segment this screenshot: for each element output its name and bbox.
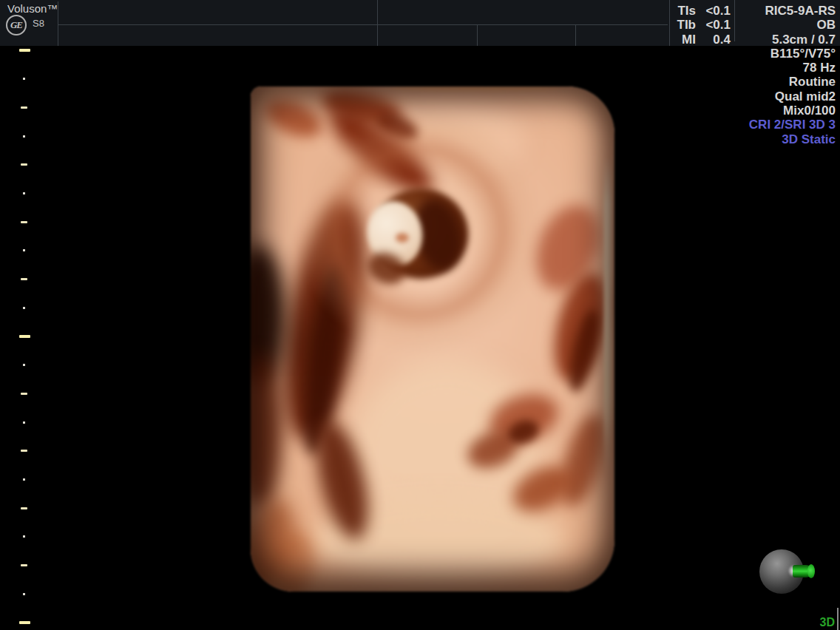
ultrasound-screen: { "branding": { "product": "Voluson™", "… bbox=[0, 0, 840, 630]
render-vessel-streak bbox=[319, 87, 404, 130]
ti-soft-row: TIs <0.1 bbox=[670, 4, 731, 18]
render-highlight bbox=[376, 100, 524, 181]
header-divider bbox=[58, 1, 58, 46]
header-divider bbox=[377, 0, 378, 46]
gestational-sac-rim bbox=[295, 107, 543, 356]
ruler-tick-dot bbox=[23, 421, 25, 424]
ruler-tick-dash bbox=[21, 507, 27, 509]
ultrasound-render-3d[interactable] bbox=[251, 87, 614, 592]
render-vessel-streak bbox=[506, 457, 579, 521]
render-vessel-streak bbox=[505, 416, 542, 448]
header-divider bbox=[477, 25, 478, 46]
param-row: RIC5-9A-RS bbox=[725, 4, 836, 18]
header-bar: Voluson™ GE S8 TIs <0.1 TIb <0.1 MI 0.4 bbox=[0, 0, 840, 46]
render-vessel-streak bbox=[553, 409, 614, 511]
render-vessel-streak bbox=[462, 424, 524, 475]
ruler-tick-dot bbox=[23, 535, 25, 538]
render-highlight bbox=[314, 497, 565, 582]
param-row: 3D Static bbox=[725, 132, 836, 146]
mi-row: MI 0.4 bbox=[670, 33, 731, 47]
depth-ruler bbox=[0, 0, 44, 630]
param-row: CRI 2/SRI 3D 3 bbox=[725, 118, 836, 132]
screen-edge-marker bbox=[837, 608, 839, 630]
render-highlight bbox=[387, 175, 498, 257]
orientation-axis-cap bbox=[807, 564, 815, 578]
yolk-sac bbox=[362, 197, 427, 271]
header-divider bbox=[575, 25, 576, 46]
gestational-sac-shadow bbox=[408, 195, 468, 274]
ruler-tick-dot bbox=[23, 593, 25, 595]
param-row: Routine bbox=[725, 75, 836, 89]
render-vessel-streak bbox=[297, 262, 350, 457]
param-row: B115°/V75° bbox=[725, 47, 836, 61]
gestational-sac bbox=[373, 189, 468, 279]
ruler-tick-major bbox=[19, 621, 30, 624]
render-highlight bbox=[347, 360, 546, 545]
render-vessel-streak bbox=[484, 386, 565, 451]
tib-label: TIb bbox=[677, 18, 697, 32]
render-vessel-streak bbox=[373, 109, 422, 146]
ruler-tick-dot bbox=[23, 78, 25, 80]
ti-bone-row: TIb <0.1 bbox=[670, 18, 731, 32]
ruler-tick-dash bbox=[21, 221, 27, 223]
render-vessel-streak bbox=[307, 416, 378, 544]
ruler-tick-dot bbox=[23, 364, 25, 366]
render-vessel-streak bbox=[545, 268, 614, 387]
ruler-tick-dash bbox=[21, 564, 27, 566]
render-edge-highlight bbox=[604, 157, 612, 475]
tis-label: TIs bbox=[677, 4, 696, 18]
ruler-tick-dot bbox=[23, 478, 25, 481]
render-edge-highlight bbox=[391, 87, 561, 90]
ruler-tick-dash bbox=[21, 278, 27, 280]
param-row: Mix0/100 bbox=[725, 104, 836, 118]
imaging-params-list: RIC5-9A-RSOB5.3cm / 0.7B115°/V75°78 HzRo… bbox=[725, 4, 836, 146]
param-row: 5.3cm / 0.7 bbox=[725, 33, 836, 47]
render-vessel-streak bbox=[563, 307, 604, 395]
ruler-tick-dash bbox=[21, 450, 27, 452]
ruler-tick-major bbox=[19, 49, 30, 52]
render-vessel-streak bbox=[320, 98, 443, 206]
acoustic-output-block: TIs <0.1 TIb <0.1 MI 0.4 bbox=[670, 4, 731, 47]
ruler-tick-dot bbox=[23, 249, 25, 251]
header-divider bbox=[58, 24, 668, 25]
ruler-tick-dot bbox=[23, 192, 25, 194]
render-vessel-streak bbox=[268, 193, 380, 445]
param-row: 78 Hz bbox=[725, 61, 836, 75]
mode-badge-3d: 3D bbox=[820, 616, 835, 629]
ruler-tick-dash bbox=[21, 163, 27, 166]
render-vessel-streak bbox=[524, 196, 611, 299]
param-row: OB bbox=[725, 18, 836, 32]
render-vessel-streak bbox=[251, 353, 282, 508]
yolk-sac-detail bbox=[396, 233, 409, 243]
ruler-tick-dot bbox=[23, 307, 25, 309]
ruler-tick-dash bbox=[21, 106, 27, 109]
ruler-tick-major bbox=[19, 335, 30, 338]
param-row: Qual mid2 bbox=[725, 89, 836, 104]
mi-label: MI bbox=[682, 33, 696, 47]
ruler-tick-dash bbox=[21, 393, 27, 395]
render-vessel-streak bbox=[268, 528, 319, 592]
render-shadow bbox=[251, 245, 285, 386]
render-vessel-streak bbox=[251, 493, 304, 592]
gestational-sac-shadow bbox=[363, 247, 410, 290]
render-vessel-streak bbox=[260, 92, 327, 145]
ruler-tick-dot bbox=[23, 135, 25, 138]
